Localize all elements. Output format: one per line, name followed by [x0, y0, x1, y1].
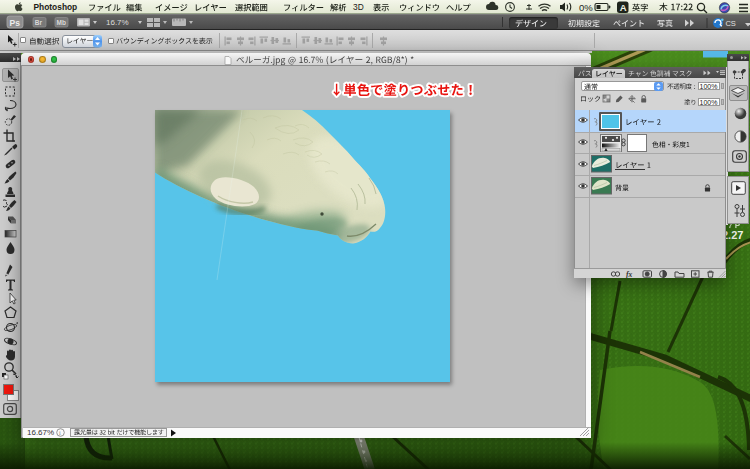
svg-text:Br: Br	[35, 19, 43, 26]
svg-text:i: i	[59, 429, 61, 436]
svg-text:Mb: Mb	[57, 19, 66, 26]
svg-text:Ps: Ps	[10, 18, 21, 28]
svg-text:0%: 0%	[579, 2, 593, 13]
svg-text:16.7%: 16.7%	[106, 18, 129, 27]
svg-text:A: A	[620, 2, 627, 13]
svg-text:fx: fx	[626, 270, 632, 278]
